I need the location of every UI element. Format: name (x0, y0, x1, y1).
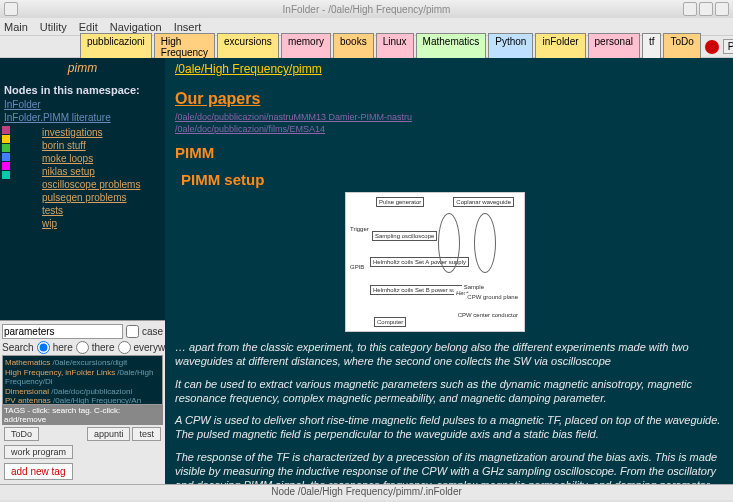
diagram-center: CPW center conductor (456, 311, 520, 319)
diagram-ground: CPW ground plane (465, 293, 520, 301)
tag-python[interactable]: Python (488, 33, 533, 61)
tag-todo[interactable]: ToDo (663, 33, 700, 61)
node-link[interactable]: niklas setup (42, 165, 140, 178)
color-swatch[interactable] (2, 153, 10, 161)
diagram-sample: Sample (462, 283, 486, 291)
tag-books[interactable]: books (333, 33, 374, 61)
tag-linux[interactable]: Linux (376, 33, 414, 61)
node-link[interactable]: tests (42, 204, 140, 217)
close-button[interactable] (715, 2, 729, 16)
tag-personal[interactable]: personal (588, 33, 640, 61)
add-new-tag-button[interactable]: add new tag (4, 463, 73, 480)
menu-insert[interactable]: Insert (174, 21, 202, 33)
diagram-computer: Computer (374, 317, 406, 327)
node-link[interactable]: wip (42, 217, 140, 230)
menu-navigation[interactable]: Navigation (110, 21, 162, 33)
tag-btn-work-program[interactable]: work program (4, 445, 73, 459)
case-checkbox[interactable] (126, 325, 139, 338)
here-label: here (53, 342, 73, 353)
paragraph-3: A CPW is used to deliver short rise-time… (175, 413, 723, 442)
breadcrumb[interactable]: /0ale/High Frequency/pimm (175, 62, 322, 76)
statusbar: Node /0ale/High Frequency/pimm/.inFolder (0, 484, 733, 500)
heading-pimm: PIMM (175, 144, 723, 161)
diagram-trigger: Trigger (348, 225, 371, 233)
tag-btn-todo[interactable]: ToDo (4, 427, 39, 441)
ns-link[interactable]: InFolder (0, 98, 165, 111)
node-link[interactable]: moke loops (42, 152, 140, 165)
tag-memory[interactable]: memory (281, 33, 331, 61)
result-row[interactable]: Dimensional /0ale/doc/pubblicazioni (5, 387, 160, 397)
minimize-button[interactable] (683, 2, 697, 16)
search-results[interactable]: Mathematics /0ale/excursions/digitHigh F… (2, 355, 163, 405)
tag-infolder[interactable]: inFolder (535, 33, 585, 61)
node-link[interactable]: pulsegen problems (42, 191, 140, 204)
menu-main[interactable]: Main (4, 21, 28, 33)
node-list: investigationsborin stuffmoke loopsnikla… (12, 124, 144, 232)
heading-our-papers: Our papers (175, 90, 723, 108)
sidebar-title: pimm (0, 58, 165, 78)
paragraph-1: … apart from the classic experiment, to … (175, 340, 723, 369)
window-menu-button[interactable] (4, 2, 18, 16)
color-swatches (0, 124, 12, 232)
nodes-heading: Nodes in this namespace: (0, 78, 165, 98)
color-swatch[interactable] (2, 144, 10, 152)
result-row[interactable]: High Frequency, inFolder Links /0ale/Hig… (5, 368, 160, 387)
window-title: InFolder - /0ale/High Frequency/pimm (283, 4, 451, 15)
diagram-sampling-oscilloscope: Sampling oscilloscope (372, 231, 437, 241)
pp-button[interactable]: PP (723, 39, 733, 54)
menu-utility[interactable]: Utility (40, 21, 67, 33)
color-swatch[interactable] (2, 171, 10, 179)
menu-edit[interactable]: Edit (79, 21, 98, 33)
tag-excursions[interactable]: excursions (217, 33, 279, 61)
color-swatch[interactable] (2, 126, 10, 134)
record-icon[interactable] (705, 40, 719, 54)
node-link[interactable]: borin stuff (42, 139, 140, 152)
sidebar: pimm Nodes in this namespace: InFolder I… (0, 58, 165, 484)
there-label: there (92, 342, 115, 353)
tags-strip: TAGS - click: search tag. C-click: add/r… (2, 405, 163, 425)
scope-here-radio[interactable] (37, 341, 50, 354)
result-row[interactable]: Mathematics /0ale/excursions/digit (5, 358, 160, 368)
tag-mathematics[interactable]: Mathematics (416, 33, 487, 61)
window-titlebar: InFolder - /0ale/High Frequency/pimm (0, 0, 733, 18)
tag-btn-appunti[interactable]: appunti (87, 427, 131, 441)
heading-pimm-setup: PIMM setup (181, 171, 723, 188)
status-text: Node /0ale/High Frequency/pimm/.inFolder (271, 486, 462, 497)
scope-everywhere-radio[interactable] (118, 341, 131, 354)
pimm-setup-diagram: Pulse generator Coplanar waveguide Trigg… (345, 192, 525, 332)
paper-link-2[interactable]: /0ale/doc/pubblicazioni/films/EMSA14 (175, 124, 723, 134)
toolbar: pubblicazioniHigh Frequencyexcursionsmem… (0, 36, 733, 58)
tag-tf[interactable]: tf (642, 33, 662, 61)
tag-row: pubblicazioniHigh Frequencyexcursionsmem… (80, 33, 701, 61)
search-area: case Search here there everywhere Mathem… (0, 320, 165, 484)
diagram-coplanar-waveguide: Coplanar waveguide (453, 197, 514, 207)
content-pane: /0ale/High Frequency/pimm Our papers /0a… (165, 58, 733, 484)
ns-link[interactable]: InFolder.PIMM literature (0, 111, 165, 124)
tag-btn-test[interactable]: test (132, 427, 161, 441)
node-link[interactable]: oscilloscope problems (42, 178, 140, 191)
paragraph-4: The response of the TF is characterized … (175, 450, 723, 484)
result-row[interactable]: PV antennas /0ale/High Frequency/An (5, 396, 160, 405)
parameters-input[interactable] (2, 324, 123, 339)
diagram-gpib: GPIB (348, 263, 366, 271)
case-label: case (142, 326, 163, 337)
paragraph-2: It can be used to extract various magnet… (175, 377, 723, 406)
search-label: Search (2, 342, 34, 353)
paper-link-1[interactable]: /0ale/doc/pubblicazioni/nastruMMM13 Dami… (175, 112, 723, 122)
diagram-pulse-generator: Pulse generator (376, 197, 424, 207)
scope-there-radio[interactable] (76, 341, 89, 354)
tag-high-frequency[interactable]: High Frequency (154, 33, 215, 61)
node-link[interactable]: investigations (42, 126, 140, 139)
maximize-button[interactable] (699, 2, 713, 16)
color-swatch[interactable] (2, 162, 10, 170)
tag-pubblicazioni[interactable]: pubblicazioni (80, 33, 152, 61)
color-swatch[interactable] (2, 135, 10, 143)
